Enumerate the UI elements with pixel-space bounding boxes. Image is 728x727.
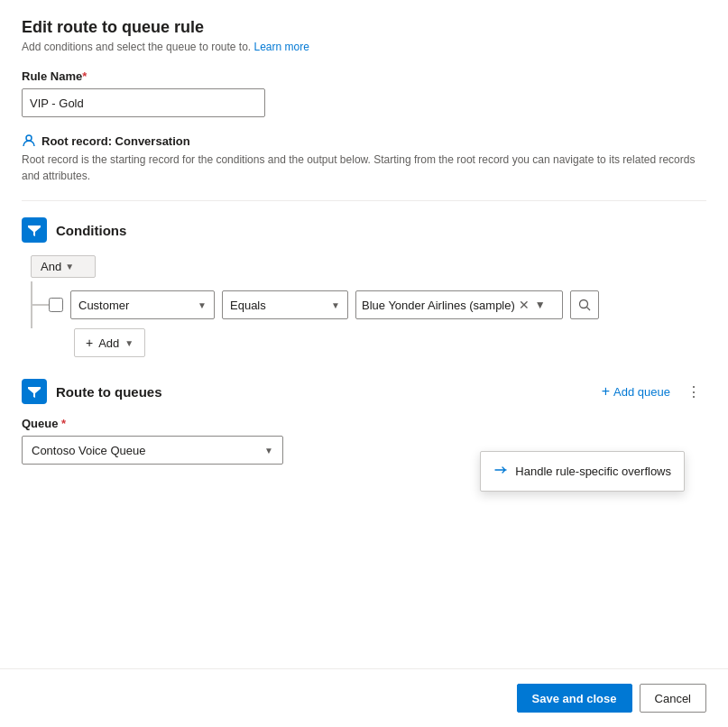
root-record-desc: Root record is the starting record for t… bbox=[22, 152, 706, 184]
search-icon bbox=[578, 299, 591, 311]
context-menu-item-label: Handle rule-specific overflows bbox=[515, 465, 671, 478]
customer-field-dropdown[interactable]: Customer ▼ bbox=[70, 290, 215, 319]
rule-name-input[interactable] bbox=[22, 88, 265, 117]
svg-line-2 bbox=[587, 308, 591, 311]
svg-point-1 bbox=[580, 300, 588, 308]
root-record-icon bbox=[22, 133, 36, 148]
condition-container: Customer ▼ Equals ▼ Blue Yonder Airlines… bbox=[31, 290, 706, 319]
add-dropdown-arrow: ▼ bbox=[124, 338, 134, 348]
condition-checkbox[interactable] bbox=[49, 298, 63, 312]
add-condition-btn[interactable]: + Add ▼ bbox=[74, 328, 145, 357]
route-header: Route to queues + Add queue ⋮ bbox=[22, 379, 706, 404]
route-icon bbox=[27, 384, 41, 399]
main-panel: Edit route to queue rule Add conditions … bbox=[0, 0, 728, 727]
condition-row: Customer ▼ Equals ▼ Blue Yonder Airlines… bbox=[49, 290, 706, 319]
queue-field-label: Queue * bbox=[22, 417, 706, 430]
conditions-section-header: Conditions bbox=[22, 217, 706, 243]
more-dots-icon: ⋮ bbox=[687, 383, 702, 400]
and-dropdown-arrow: ▼ bbox=[65, 262, 74, 271]
add-plus-icon: + bbox=[86, 336, 93, 350]
tag-close-btn[interactable]: ✕ bbox=[519, 299, 530, 311]
add-queue-plus-icon: + bbox=[602, 383, 610, 400]
overflow-icon bbox=[493, 463, 508, 480]
save-close-button[interactable]: Save and close bbox=[517, 684, 632, 713]
context-menu: Handle rule-specific overflows bbox=[480, 451, 685, 492]
queue-select[interactable]: Contoso Voice Queue ▼ bbox=[22, 436, 283, 465]
route-title: Route to queues bbox=[56, 384, 162, 400]
operator-dropdown-arrow: ▼ bbox=[331, 300, 340, 310]
svg-point-0 bbox=[26, 135, 32, 141]
route-icon-box bbox=[22, 379, 47, 404]
page-title: Edit route to queue rule bbox=[22, 18, 706, 37]
more-options-btn[interactable]: ⋮ bbox=[681, 379, 706, 404]
queue-dropdown-arrow: ▼ bbox=[264, 446, 273, 456]
operator-dropdown[interactable]: Equals ▼ bbox=[222, 290, 348, 319]
conditions-icon-box bbox=[22, 217, 47, 243]
subtitle: Add conditions and select the queue to r… bbox=[22, 41, 706, 53]
search-btn[interactable] bbox=[570, 290, 599, 319]
route-header-left: Route to queues bbox=[22, 379, 162, 404]
divider-1 bbox=[22, 200, 706, 201]
tag-input[interactable]: Blue Yonder Airlines (sample) ✕ ▼ bbox=[355, 290, 563, 319]
conditions-area: And ▼ Customer ▼ bbox=[22, 255, 706, 357]
footer-buttons: Save and close Cancel bbox=[0, 668, 728, 727]
conditions-icon bbox=[27, 223, 41, 237]
tag-value: Blue Yonder Airlines (sample) bbox=[362, 299, 515, 312]
queue-value: Contoso Voice Queue bbox=[32, 444, 145, 457]
route-actions: + Add queue ⋮ bbox=[594, 379, 706, 404]
add-queue-btn[interactable]: + Add queue bbox=[594, 380, 677, 403]
root-record-label: Root record: Conversation bbox=[22, 133, 706, 148]
context-menu-item-overflow[interactable]: Handle rule-specific overflows bbox=[481, 456, 684, 487]
rule-name-label: Rule Name* bbox=[22, 69, 706, 83]
connector-horizontal bbox=[31, 304, 49, 306]
root-record-section: Root record: Conversation Root record is… bbox=[22, 133, 706, 184]
subtitle-text: Add conditions and select the queue to r… bbox=[22, 41, 254, 53]
cancel-button[interactable]: Cancel bbox=[640, 684, 706, 713]
conditions-title: Conditions bbox=[56, 223, 126, 238]
tag-pill: Blue Yonder Airlines (sample) ✕ bbox=[362, 299, 530, 312]
learn-more-link[interactable]: Learn more bbox=[254, 41, 309, 53]
tag-chevron[interactable]: ▼ bbox=[535, 299, 546, 311]
and-dropdown[interactable]: And ▼ bbox=[31, 255, 96, 278]
customer-dropdown-arrow: ▼ bbox=[198, 300, 207, 310]
